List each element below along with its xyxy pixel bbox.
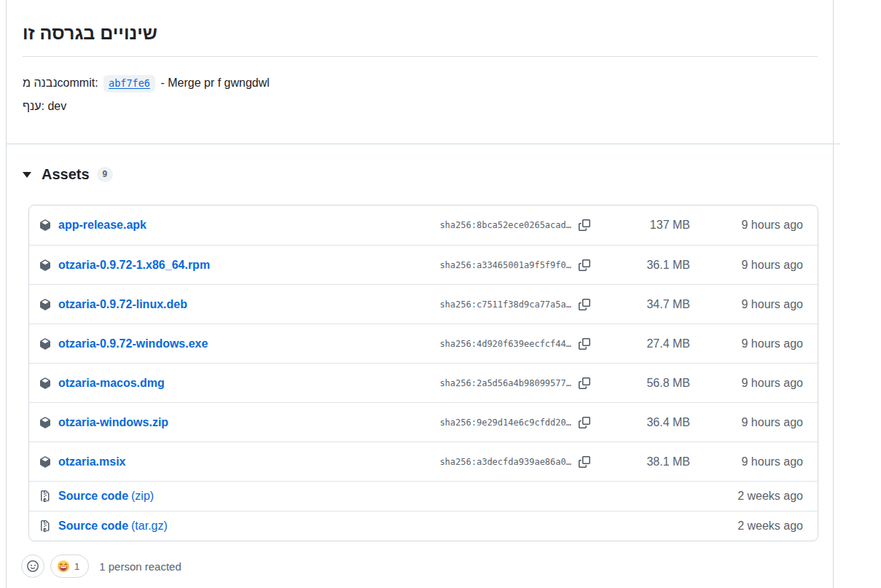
asset-row-left: otzaria-windows.zip xyxy=(39,416,439,429)
asset-age: 9 hours ago xyxy=(690,416,803,429)
release-card: שינויים בגרסה זו נבנה מcommit: abf7fe6 -… xyxy=(6,0,834,588)
asset-size: 36.1 MB xyxy=(621,259,690,272)
asset-download-link[interactable]: otzaria-0.9.72-linux.deb xyxy=(58,298,187,311)
release-title: שינויים בגרסה זו xyxy=(23,22,818,44)
asset-row-left: Source code(tar.gz) xyxy=(39,520,690,533)
asset-size: 27.4 MB xyxy=(621,337,690,350)
asset-download-link[interactable]: otzaria-0.9.72-windows.exe xyxy=(58,337,208,350)
package-icon xyxy=(39,338,51,350)
copy-icon[interactable] xyxy=(579,456,590,468)
asset-row-left: otzaria-macos.dmg xyxy=(39,377,439,390)
source-asset-row: Source code(tar.gz) 2 weeks ago xyxy=(29,511,818,541)
asset-age: 9 hours ago xyxy=(690,337,803,350)
asset-age: 2 weeks ago xyxy=(690,520,803,533)
smiley-icon xyxy=(27,560,39,572)
asset-size: 36.4 MB xyxy=(621,416,690,429)
laugh-reaction-pill[interactable]: 1 xyxy=(50,554,89,578)
asset-download-link[interactable]: otzaria-windows.zip xyxy=(58,416,168,429)
laugh-emoji-icon xyxy=(58,560,69,572)
asset-sha256: sha256:2a5d56a4b98099577… xyxy=(439,378,571,388)
copy-icon[interactable] xyxy=(579,338,590,350)
caret-down-icon xyxy=(23,172,31,178)
commit-line: נבנה מcommit: abf7fe6 - Merge pr f gwngd… xyxy=(23,75,818,93)
section-divider xyxy=(7,144,840,144)
asset-age: 9 hours ago xyxy=(690,298,803,311)
source-code-link[interactable]: Source code(tar.gz) xyxy=(58,520,168,533)
asset-download-link[interactable]: otzaria-0.9.72-1.x86_64.rpm xyxy=(58,259,210,272)
asset-download-link[interactable]: otzaria.msix xyxy=(58,455,125,469)
assets-title: Assets xyxy=(42,166,90,183)
asset-row-left: otzaria.msix xyxy=(39,455,439,469)
asset-age: 9 hours ago xyxy=(690,455,803,469)
asset-row-left: otzaria-0.9.72-windows.exe xyxy=(39,337,439,350)
package-icon xyxy=(39,299,51,310)
asset-size: 34.7 MB xyxy=(621,298,690,311)
file-zip-icon xyxy=(39,490,51,502)
asset-sha256: sha256:c7511f38d9ca77a5a… xyxy=(439,299,571,310)
copy-icon[interactable] xyxy=(579,259,590,271)
commit-line-suffix: - Merge pr f gwngdwl xyxy=(157,77,270,89)
commit-line-prefix: נבנה מcommit: xyxy=(23,77,101,89)
asset-row-left: otzaria-0.9.72-linux.deb xyxy=(39,298,439,311)
asset-age: 2 weeks ago xyxy=(690,490,803,503)
asset-sha256: sha256:8bca52ece0265acad… xyxy=(439,220,571,230)
asset-age: 9 hours ago xyxy=(690,259,803,272)
asset-row-left: otzaria-0.9.72-1.x86_64.rpm xyxy=(39,259,439,272)
commit-sha-link[interactable]: abf7fe6 xyxy=(103,75,155,93)
asset-row: otzaria-windows.zip sha256:9e29d14e6c9cf… xyxy=(29,402,818,442)
branch-line: ענף: dev xyxy=(23,98,818,114)
asset-row: otzaria-macos.dmg sha256:2a5d56a4b980995… xyxy=(29,363,818,402)
package-icon xyxy=(39,417,51,428)
copy-icon[interactable] xyxy=(579,219,590,231)
asset-sha256: sha256:a33465001a9f5f9f0… xyxy=(439,260,571,270)
package-icon xyxy=(39,377,51,389)
asset-age: 9 hours ago xyxy=(690,219,803,232)
asset-sha256: sha256:4d920f639eecfcf44… xyxy=(439,339,571,349)
reaction-summary: 1 person reacted xyxy=(99,560,181,573)
title-divider xyxy=(23,56,818,57)
add-reaction-button[interactable] xyxy=(21,554,44,578)
package-icon xyxy=(39,219,51,231)
asset-download-link[interactable]: otzaria-macos.dmg xyxy=(58,377,165,390)
asset-age: 9 hours ago xyxy=(690,377,803,390)
package-icon xyxy=(39,456,51,468)
asset-row-left: app-release.apk xyxy=(39,219,439,232)
assets-count-badge: 9 xyxy=(97,167,114,181)
source-asset-row: Source code(zip) 2 weeks ago xyxy=(29,481,818,511)
asset-sha256: sha256:9e29d14e6c9cfdd20… xyxy=(439,418,571,428)
file-zip-icon xyxy=(39,520,51,532)
asset-row: otzaria-0.9.72-1.x86_64.rpm sha256:a3346… xyxy=(29,245,818,284)
asset-size: 38.1 MB xyxy=(621,455,690,469)
assets-list: app-release.apk sha256:8bca52ece0265acad… xyxy=(28,205,818,541)
asset-row: app-release.apk sha256:8bca52ece0265acad… xyxy=(29,205,818,245)
asset-row: otzaria-0.9.72-linux.deb sha256:c7511f38… xyxy=(29,284,818,324)
asset-sha256: sha256:a3decfda939ae86a0… xyxy=(439,457,571,467)
reaction-count: 1 xyxy=(74,561,79,572)
asset-size: 56.8 MB xyxy=(621,377,690,390)
asset-row: otzaria.msix sha256:a3decfda939ae86a0… 3… xyxy=(29,442,818,481)
copy-icon[interactable] xyxy=(579,377,590,389)
copy-icon[interactable] xyxy=(579,299,590,310)
source-code-link[interactable]: Source code(zip) xyxy=(58,490,154,503)
assets-toggle[interactable]: Assets 9 xyxy=(7,166,113,183)
reactions-row: 1 1 person reacted xyxy=(21,554,833,578)
asset-row: otzaria-0.9.72-windows.exe sha256:4d920f… xyxy=(29,324,818,363)
asset-download-link[interactable]: app-release.apk xyxy=(58,219,146,232)
asset-row-left: Source code(zip) xyxy=(39,490,690,503)
package-icon xyxy=(39,259,51,271)
copy-icon[interactable] xyxy=(579,417,590,428)
release-description: שינויים בגרסה זו נבנה מcommit: abf7fe6 -… xyxy=(7,0,833,144)
asset-size: 137 MB xyxy=(621,219,690,232)
